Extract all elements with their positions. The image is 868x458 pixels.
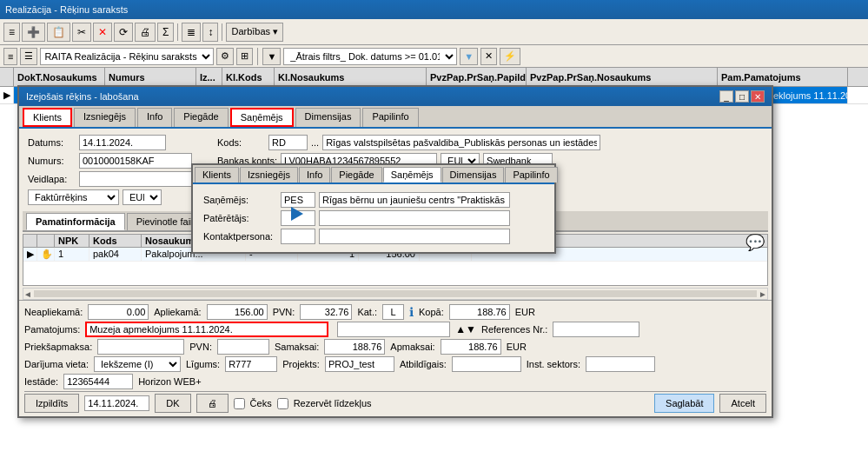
numurs-row: Numurs: [28, 153, 200, 169]
neapliekama-input[interactable] [88, 304, 149, 320]
datums-label: Datums: [28, 137, 76, 148]
th-numurs[interactable]: Numurs [105, 68, 196, 86]
sanemejs-code[interactable] [281, 192, 315, 208]
toolbar-lines-btn[interactable]: ≡ [3, 23, 20, 42]
th-dokt-nosaukums[interactable]: DokT.Nosaukums [14, 68, 105, 86]
inner-tab-piegade[interactable]: Piegāde [331, 167, 381, 183]
inner-tab-izsniegejs[interactable]: Izsniegējs [240, 167, 298, 183]
darbibas-btn[interactable]: Darbības ▾ [226, 23, 283, 42]
tab-klients[interactable]: Klients [23, 108, 72, 127]
kods-input[interactable] [268, 135, 308, 150]
kontaktpersona-row: Kontaktpersona: [203, 229, 544, 244]
inner-tab-sanemejs[interactable]: Saņēmējs [383, 167, 441, 183]
atcelt-btn[interactable]: Atcelt [719, 394, 766, 413]
inner-tab-papilinfo[interactable]: Papilinfo [505, 167, 557, 183]
references-input[interactable] [553, 322, 639, 337]
main-dialog-tabs: Klients Izsniegējs Info Piegāde Saņēmējs… [19, 106, 772, 129]
inner-tab-info[interactable]: Info [299, 167, 330, 183]
th-pam-pamatojums[interactable]: Pam.Pamatojums [718, 68, 848, 86]
ligums-label: Līgums: [186, 359, 220, 369]
tab-papilinfo[interactable]: Papilinfo [362, 108, 418, 127]
tab-piegade[interactable]: Piegāde [174, 108, 228, 127]
veidlapa-input[interactable] [79, 171, 192, 187]
darijuma-select[interactable]: Iekšzeme (I) [94, 356, 181, 372]
th-pvzpap-papildkods[interactable]: PvzPap.PrSaņ.Papildkods [427, 68, 527, 86]
datums-input[interactable] [79, 135, 166, 150]
toolbar-sum-btn[interactable]: Σ [157, 23, 174, 42]
samaksa-input[interactable] [324, 339, 385, 355]
tab-sanemejs[interactable]: Saņēmējs [230, 108, 294, 127]
apmaksa-label: Apmaksai: [390, 342, 434, 352]
ceks-checkbox[interactable] [234, 398, 245, 409]
pateretajs-nos[interactable] [319, 210, 510, 226]
iestade-input[interactable] [63, 374, 133, 389]
prieksamaksa-input[interactable] [97, 339, 184, 355]
toolbar-list-btn[interactable]: ≣ [182, 23, 201, 42]
th-iz[interactable]: Iz... [196, 68, 222, 86]
filter-clear-btn[interactable]: ✕ [480, 48, 497, 65]
list-selector[interactable]: RAITA Realizācija - Rēķinu saraksts [40, 48, 214, 65]
izpildits-btn[interactable]: Izpildīts [24, 394, 79, 413]
sanemejs-nosaukums[interactable] [319, 192, 510, 208]
filter-grid-btn[interactable]: ⊞ [236, 48, 253, 65]
filter-icon-btn[interactable]: ▼ [262, 48, 281, 65]
filter-settings-btn[interactable]: ⚡ [500, 48, 520, 65]
pvn-row-input[interactable] [217, 339, 269, 355]
toolbar-refresh-btn[interactable]: ⟳ [114, 23, 133, 42]
info-icon[interactable]: ℹ [409, 305, 414, 319]
th-kl-nosaukums[interactable]: Kl.Nosaukums [275, 68, 427, 86]
tab-info[interactable]: Info [137, 108, 172, 127]
pamatojums-extra[interactable] [337, 322, 450, 337]
inner-tab-klients[interactable]: Klients [195, 167, 239, 183]
toolbar-split-btn[interactable]: ✂ [72, 23, 91, 42]
pamatojums-arrows[interactable]: ▲▼ [455, 323, 476, 335]
th-pvzpap-nosaukums[interactable]: PvzPap.PrSaņ.Nosaukums [527, 68, 718, 86]
dialog-maximize-btn[interactable]: □ [735, 90, 749, 103]
kat-input[interactable] [382, 304, 404, 320]
toolbar-print-btn[interactable]: 🖨 [135, 23, 156, 42]
filter-menu-btn[interactable]: ☰ [20, 48, 37, 65]
toolbar-sort-btn[interactable]: ↕ [202, 23, 218, 42]
th-indicator [0, 68, 14, 86]
kods-dots[interactable]: ... [311, 137, 319, 148]
th-kl-kods[interactable]: Kl.Kods [222, 68, 275, 86]
dk-btn[interactable]: DK [155, 394, 190, 413]
projekts-input[interactable] [325, 356, 394, 372]
filter-apply-btn[interactable]: ▼ [460, 48, 478, 65]
filter-lines-btn[interactable]: ≡ [3, 48, 17, 65]
saglabat-btn[interactable]: Saglabāt [654, 394, 714, 413]
pvn-input[interactable] [300, 304, 352, 320]
inst-sektors-input[interactable] [586, 356, 655, 372]
veids-select[interactable]: Faktūrrēķins [28, 189, 119, 205]
pamatojums-input[interactable] [85, 322, 328, 337]
inner-tab-dimensijas[interactable]: Dimensijas [442, 167, 505, 183]
chat-icon[interactable]: 💬 [745, 233, 765, 252]
ligums-input[interactable] [225, 356, 277, 372]
kontaktpersona-nos[interactable] [319, 229, 510, 244]
kontaktpersona-input[interactable] [281, 229, 315, 244]
rezervet-label: Rezervēt līdzekļus [294, 398, 372, 408]
rezervet-checkbox[interactable] [277, 398, 288, 409]
tab-izsniegejs[interactable]: Izsniegējs [74, 108, 136, 127]
print-btn[interactable]: 🖨 [196, 394, 229, 413]
dialog-close-btn[interactable]: ✕ [751, 90, 765, 103]
filter-bar: ≡ ☰ RAITA Realizācija - Rēķinu saraksts … [0, 45, 868, 68]
kopa-input[interactable] [449, 304, 510, 320]
dialog-minimize-btn[interactable]: _ [719, 90, 733, 103]
kontaktpersona-label: Kontaktpersona: [203, 231, 277, 242]
toolbar-add-btn[interactable]: ➕ [22, 23, 45, 42]
filter-config-btn[interactable]: ⚙ [216, 48, 234, 65]
sub-tab-pamatinformacija[interactable]: Pamatinformācija [26, 213, 125, 230]
kods-nosaukums-input[interactable] [322, 135, 600, 150]
filter-select-input[interactable]: _Ātrais filtrs_ Dok. datums >= 01.01. [283, 48, 457, 65]
numurs-input[interactable] [79, 153, 192, 169]
atbildigas-input[interactable] [452, 356, 521, 372]
currency-select[interactable]: EUR [123, 189, 162, 205]
tab-dimensijas[interactable]: Dimensijas [295, 108, 361, 127]
scroll-bar[interactable]: ◄ ► [23, 288, 768, 300]
toolbar-delete-btn[interactable]: ✕ [93, 23, 112, 42]
izpildits-date[interactable] [84, 395, 149, 411]
toolbar-copy-btn[interactable]: 📋 [47, 23, 70, 42]
apmaksa-input[interactable] [441, 339, 501, 355]
apliekama-input[interactable] [207, 304, 268, 320]
